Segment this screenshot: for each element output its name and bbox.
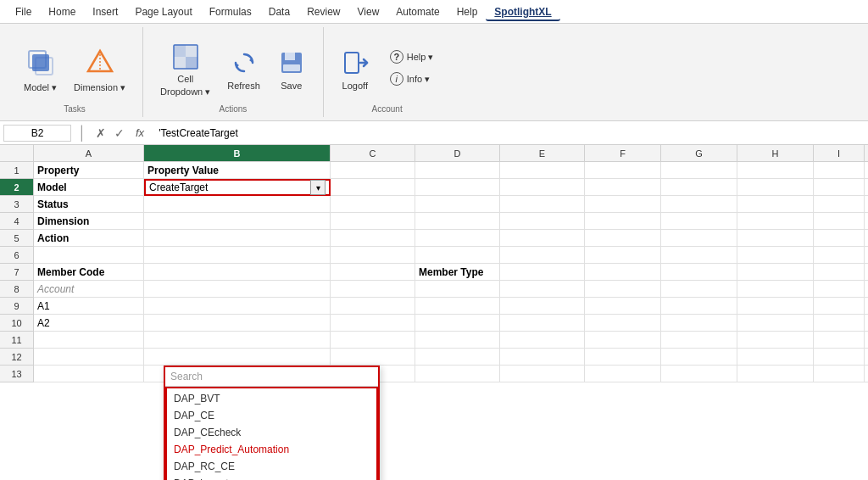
cell-c9[interactable] <box>331 298 415 315</box>
cell-f5[interactable] <box>585 230 661 247</box>
cell-b9[interactable] <box>144 298 331 315</box>
cell-f2[interactable] <box>585 179 661 196</box>
cell-f12[interactable] <box>585 349 661 366</box>
cell-c12[interactable] <box>331 349 415 366</box>
cell-f7[interactable] <box>585 264 661 281</box>
cell-e13[interactable] <box>500 366 585 382</box>
col-header-b[interactable]: B <box>144 145 331 161</box>
cell-a1[interactable]: Property <box>34 162 144 179</box>
menu-file[interactable]: File <box>7 3 40 21</box>
cell-e6[interactable] <box>500 247 585 264</box>
col-header-f[interactable]: F <box>585 145 661 161</box>
menu-home[interactable]: Home <box>40 3 84 21</box>
cancel-icon[interactable]: ✗ <box>93 126 108 140</box>
cell-j12[interactable] <box>865 349 868 366</box>
menu-insert[interactable]: Insert <box>84 3 126 21</box>
col-header-h[interactable]: H <box>737 145 814 161</box>
cell-c3[interactable] <box>331 196 415 213</box>
cell-h10[interactable] <box>737 315 814 332</box>
cell-d9[interactable] <box>415 298 500 315</box>
cell-a11[interactable] <box>34 332 144 349</box>
cell-f6[interactable] <box>585 247 661 264</box>
cell-b3[interactable] <box>144 196 331 213</box>
cell-d5[interactable] <box>415 230 500 247</box>
cell-c6[interactable] <box>331 247 415 264</box>
col-header-i[interactable]: I <box>814 145 865 161</box>
dropdown-item[interactable]: DAP_CE <box>167 407 376 424</box>
cell-h8[interactable] <box>737 281 814 298</box>
cell-h4[interactable] <box>737 213 814 230</box>
cell-c8[interactable] <box>331 281 415 298</box>
cell-j10[interactable] <box>865 315 868 332</box>
cell-b8[interactable] <box>144 281 331 298</box>
cell-c1[interactable] <box>331 162 415 179</box>
cell-f11[interactable] <box>585 332 661 349</box>
cell-i1[interactable] <box>814 162 865 179</box>
cell-a2[interactable]: Model <box>34 179 144 196</box>
cell-a13[interactable] <box>34 366 144 382</box>
cell-a12[interactable] <box>34 349 144 366</box>
cell-g6[interactable] <box>661 247 737 264</box>
cell-reference-box[interactable] <box>3 125 71 142</box>
cell-g3[interactable] <box>661 196 737 213</box>
col-header-c[interactable]: C <box>331 145 415 161</box>
cell-j6[interactable] <box>865 247 868 264</box>
cell-e10[interactable] <box>500 315 585 332</box>
cell-f1[interactable] <box>585 162 661 179</box>
col-header-a[interactable]: A <box>34 145 144 161</box>
cell-a3[interactable]: Status <box>34 196 144 213</box>
cell-j7[interactable] <box>865 264 868 281</box>
cell-j2[interactable] <box>865 179 868 196</box>
cell-d4[interactable] <box>415 213 500 230</box>
cell-h2[interactable] <box>737 179 814 196</box>
cell-b12[interactable] <box>144 349 331 366</box>
cell-b4[interactable] <box>144 213 331 230</box>
cell-d2[interactable] <box>415 179 500 196</box>
cell-g12[interactable] <box>661 349 737 366</box>
dimension-button[interactable]: Dimension ▾ <box>67 41 132 100</box>
cell-d8[interactable] <box>415 281 500 298</box>
menu-view[interactable]: View <box>349 3 388 21</box>
help-button[interactable]: ? Help ▾ <box>383 47 441 66</box>
cell-c7[interactable] <box>331 264 415 281</box>
cell-b6[interactable] <box>144 247 331 264</box>
cell-d3[interactable] <box>415 196 500 213</box>
cell-c5[interactable] <box>331 230 415 247</box>
cell-f8[interactable] <box>585 281 661 298</box>
cell-i9[interactable] <box>814 298 865 315</box>
cell-e1[interactable] <box>500 162 585 179</box>
menu-review[interactable]: Review <box>298 3 348 21</box>
cell-h3[interactable] <box>737 196 814 213</box>
cell-d6[interactable] <box>415 247 500 264</box>
col-header-j[interactable]: J <box>865 145 868 161</box>
cell-c4[interactable] <box>331 213 415 230</box>
cell-d10[interactable] <box>415 315 500 332</box>
cell-h13[interactable] <box>737 366 814 382</box>
cell-g7[interactable] <box>661 264 737 281</box>
cell-d7[interactable]: Member Type <box>415 264 500 281</box>
cell-i2[interactable] <box>814 179 865 196</box>
cell-c11[interactable] <box>331 332 415 349</box>
cell-dropdown-trigger[interactable]: ▾ <box>310 180 326 195</box>
cell-a10[interactable]: A2 <box>34 315 144 332</box>
cell-e3[interactable] <box>500 196 585 213</box>
cell-d1[interactable] <box>415 162 500 179</box>
cell-b1[interactable]: Property Value <box>144 162 331 179</box>
menu-formulas[interactable]: Formulas <box>201 3 260 21</box>
cell-f9[interactable] <box>585 298 661 315</box>
model-button[interactable]: Model ▾ <box>17 41 64 100</box>
cell-a8[interactable]: Account <box>34 281 144 298</box>
menu-automate[interactable]: Automate <box>387 3 448 21</box>
cell-i10[interactable] <box>814 315 865 332</box>
cell-j11[interactable] <box>865 332 868 349</box>
cell-h9[interactable] <box>737 298 814 315</box>
cell-a5[interactable]: Action <box>34 230 144 247</box>
menu-spotlightxl[interactable]: SpotlightXL <box>486 3 559 21</box>
cell-f10[interactable] <box>585 315 661 332</box>
cell-h5[interactable] <box>737 230 814 247</box>
cell-e9[interactable] <box>500 298 585 315</box>
menu-help[interactable]: Help <box>448 3 487 21</box>
cell-a6[interactable] <box>34 247 144 264</box>
cell-d11[interactable] <box>415 332 500 349</box>
cell-f4[interactable] <box>585 213 661 230</box>
